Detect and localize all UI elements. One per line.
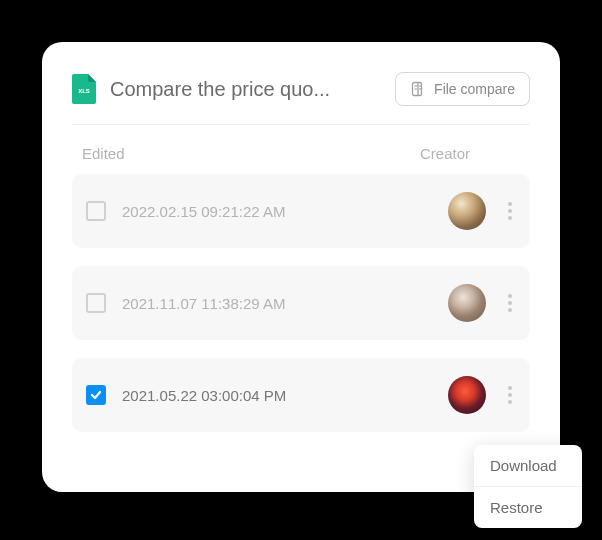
- column-edited: Edited: [82, 145, 420, 162]
- menu-download[interactable]: Download: [474, 445, 582, 487]
- check-icon: [89, 388, 103, 402]
- version-history-card: XLS Compare the price quo... File compar…: [42, 42, 560, 492]
- row-checkbox[interactable]: [86, 201, 106, 221]
- creator-avatar: [448, 376, 486, 414]
- file-compare-button[interactable]: File compare: [395, 72, 530, 106]
- row-checkbox[interactable]: [86, 293, 106, 313]
- creator-avatar: [448, 192, 486, 230]
- row-timestamp: 2021.11.07 11:38:29 AM: [122, 295, 448, 312]
- compare-icon: [410, 81, 426, 97]
- svg-text:XLS: XLS: [78, 88, 90, 94]
- file-title: Compare the price quo...: [110, 78, 381, 101]
- row-timestamp: 2021.05.22 03:00:04 PM: [122, 387, 448, 404]
- xls-file-icon: XLS: [72, 74, 96, 104]
- more-menu-icon[interactable]: [504, 290, 516, 316]
- more-menu-icon[interactable]: [504, 198, 516, 224]
- row-timestamp: 2022.02.15 09:21:22 AM: [122, 203, 448, 220]
- row-checkbox[interactable]: [86, 385, 106, 405]
- version-row[interactable]: 2022.02.15 09:21:22 AM: [72, 174, 530, 248]
- context-menu: Download Restore: [474, 445, 582, 528]
- menu-restore[interactable]: Restore: [474, 487, 582, 528]
- version-row[interactable]: 2021.05.22 03:00:04 PM: [72, 358, 530, 432]
- column-creator: Creator: [420, 145, 520, 162]
- creator-avatar: [448, 284, 486, 322]
- version-row[interactable]: 2021.11.07 11:38:29 AM: [72, 266, 530, 340]
- more-menu-icon[interactable]: [504, 382, 516, 408]
- header: XLS Compare the price quo... File compar…: [72, 72, 530, 125]
- column-headers: Edited Creator: [72, 125, 530, 174]
- file-compare-label: File compare: [434, 81, 515, 97]
